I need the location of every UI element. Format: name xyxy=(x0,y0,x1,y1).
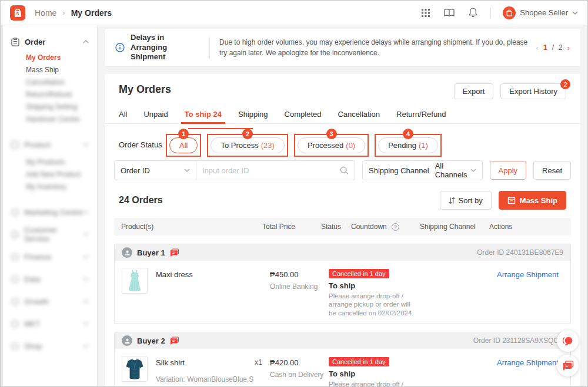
account-name: Shopee Seller xyxy=(520,8,568,17)
search-field-value: Order ID xyxy=(121,166,150,175)
ship-note: Please arrange drop-off / arrange pickup… xyxy=(329,380,419,387)
arrange-shipment-link[interactable]: Arrange Shipment xyxy=(497,270,559,279)
sidebar-section-growth[interactable]: Growth xyxy=(1,290,97,312)
order-status-label: Order Status xyxy=(119,140,166,149)
chevron-down-icon xyxy=(83,277,89,281)
sidebar-item-cancellation[interactable]: Cancellation xyxy=(1,76,97,88)
sidebar-section-finance[interactable]: Finance xyxy=(1,245,97,268)
countdown-help-icon[interactable]: ? xyxy=(392,223,399,231)
svg-text:S: S xyxy=(16,11,19,16)
tab-completed[interactable]: Completed xyxy=(276,105,330,123)
pager-separator: / xyxy=(552,43,554,52)
export-button[interactable]: Export xyxy=(454,83,494,99)
order-group-header: Buyer 1 Order ID 240131BE8067E9 xyxy=(115,244,570,261)
sidebar-item-mass-ship[interactable]: Mass Ship xyxy=(1,63,97,76)
sidebar-section-data[interactable]: Data xyxy=(1,268,97,290)
sidebar-item-my-inventory[interactable]: My Inventory xyxy=(1,180,97,193)
pager-next-icon[interactable]: › xyxy=(567,43,570,52)
shop-icon xyxy=(11,342,19,350)
sidebar-item-handover[interactable]: Handover Centre xyxy=(1,113,97,125)
sidebar-section-mkt[interactable]: MKT xyxy=(1,312,97,335)
silk-shirt-image xyxy=(124,358,145,380)
sidebar-section-shop[interactable]: Shop xyxy=(1,335,97,357)
breadcrumb-separator: › xyxy=(62,8,65,17)
chevron-down-icon xyxy=(184,169,190,172)
apps-grid-icon[interactable] xyxy=(420,7,432,19)
arrange-shipment-link[interactable]: Arrange Shipment xyxy=(497,358,559,367)
breadcrumb-home[interactable]: Home xyxy=(35,8,56,18)
chevron-down-icon xyxy=(470,169,476,172)
product-thumbnail xyxy=(122,268,148,294)
chat-icon[interactable] xyxy=(170,248,179,257)
status-filter-label: To Process xyxy=(220,141,258,150)
chat-float-button[interactable] xyxy=(557,355,579,376)
topbar: S Home › My Orders Shopee Seller xyxy=(1,1,587,25)
tab-unpaid[interactable]: Unpaid xyxy=(135,105,176,123)
customer-service-icon xyxy=(11,231,19,238)
banner-message: Due to high order volumes, you may exper… xyxy=(219,37,536,58)
filter-row: Order ID Shipping Channel All Channels A… xyxy=(105,160,580,180)
sidebar-item-return-refund[interactable]: Return/Refund xyxy=(1,88,97,100)
sidebar-section-order[interactable]: Order xyxy=(1,32,97,51)
chat-icon[interactable] xyxy=(170,336,179,345)
search-icon[interactable] xyxy=(340,166,349,175)
mass-ship-button[interactable]: Mass Ship xyxy=(499,191,566,210)
notification-bell-icon[interactable] xyxy=(467,7,479,19)
shipping-channel-select[interactable]: Shipping Channel All Channels xyxy=(362,160,483,180)
seller-centre-screen: S Home › My Orders Shopee Seller xyxy=(0,0,588,387)
sidebar-section-label: Data xyxy=(24,275,40,284)
page-title: My Orders xyxy=(119,83,171,96)
sort-by-label: Sort by xyxy=(459,196,483,205)
export-history-button[interactable]: Export History 2 xyxy=(500,83,566,99)
order-status-row: Order Status 1 All 2 To Process (23) xyxy=(105,124,580,157)
sidebar-item-shipping-setting[interactable]: Shipping Setting xyxy=(1,100,97,113)
banner-pager: ‹ 1 / 2 › xyxy=(536,43,570,52)
tab-to-ship[interactable]: To ship 24 xyxy=(176,105,230,123)
status-filter-pending[interactable]: Pending (1) xyxy=(378,137,438,153)
mass-ship-icon xyxy=(507,196,516,204)
sidebar-item-add-new-product[interactable]: Add New Product xyxy=(1,168,97,180)
annotation-box-1: 1 All xyxy=(166,134,201,157)
buyer-name: Buyer 1 xyxy=(137,248,165,257)
order-row: Silk shirt Variation: WomanBlouseBlue,S … xyxy=(115,349,570,387)
sidebar-section-product[interactable]: Product xyxy=(1,133,97,156)
sidebar-section-customer-service[interactable]: Customer Service xyxy=(1,223,97,245)
tab-cancellation[interactable]: Cancellation xyxy=(329,105,388,123)
payment-method: Online Banking xyxy=(270,282,329,291)
apply-button[interactable]: Apply xyxy=(490,161,527,180)
sidebar-item-my-products[interactable]: My Products xyxy=(1,156,97,168)
status-filter-all[interactable]: All xyxy=(169,137,198,153)
sidebar-section-label: Growth xyxy=(24,297,49,306)
shipping-channel-value: All Channels xyxy=(435,161,470,179)
announcement-banner: Delays in Arranging Shipment Due to high… xyxy=(105,29,580,66)
order-id-input[interactable] xyxy=(202,166,340,175)
col-countdown: Countdown xyxy=(351,223,387,231)
pager-prev-icon[interactable]: ‹ xyxy=(536,43,539,52)
sidebar-section-label: Finance xyxy=(24,253,51,261)
pager-current: 1 xyxy=(543,43,547,52)
order-group-buyer-2: Buyer 2 Order ID 231128SA9XSQCE Silk shi… xyxy=(114,332,571,387)
ship-status: To ship xyxy=(329,281,419,290)
status-filter-to-process[interactable]: To Process (23) xyxy=(211,137,284,153)
support-float-button[interactable] xyxy=(557,330,579,352)
status-badge: Cancelled in 1 day xyxy=(329,269,389,278)
education-book-icon[interactable] xyxy=(443,7,455,19)
sort-by-button[interactable]: Sort by xyxy=(440,191,492,210)
tab-return-refund[interactable]: Return/Refund xyxy=(388,105,455,123)
status-filter-label: All xyxy=(179,141,188,150)
status-badge: Cancelled in 1 day xyxy=(329,357,389,366)
reset-button[interactable]: Reset xyxy=(533,161,571,180)
order-row: Maxi dress ₱450.00 Online Banking Cancel… xyxy=(115,261,570,323)
sidebar-section-marketing[interactable]: Marketing Centre xyxy=(1,201,97,223)
sidebar-item-my-orders[interactable]: My Orders xyxy=(1,51,97,63)
tab-all[interactable]: All xyxy=(111,105,135,123)
account-menu[interactable]: Shopee Seller xyxy=(503,6,578,19)
order-id: Order ID 231128SA9XSQCE xyxy=(473,336,563,345)
tab-shipping[interactable]: Shipping xyxy=(230,105,276,123)
shopee-logo-icon[interactable]: S xyxy=(10,5,25,21)
status-filter-processed[interactable]: Processed (0) xyxy=(298,137,365,153)
search-field-selector[interactable]: Order ID xyxy=(114,160,196,180)
support-balloon-icon xyxy=(562,335,574,347)
order-id-input-wrap xyxy=(196,160,355,180)
annotation-box-4: 4 Pending (1) xyxy=(375,134,442,157)
